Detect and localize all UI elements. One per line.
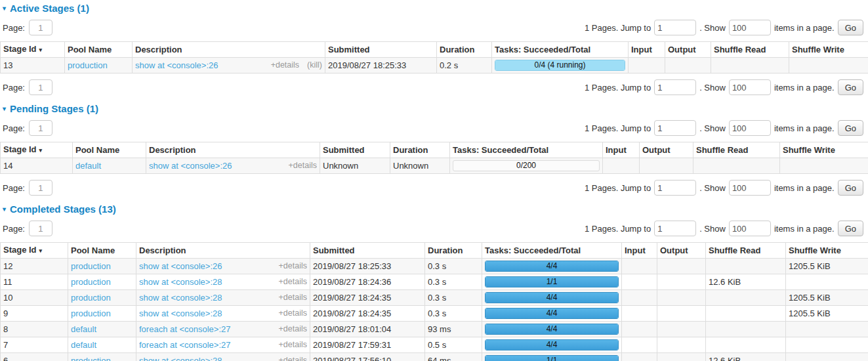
details-toggle[interactable]: +details xyxy=(279,261,307,271)
column-header-output[interactable]: Output xyxy=(657,243,706,259)
go-button[interactable]: Go xyxy=(838,221,863,236)
description-link[interactable]: show at <console>:28 xyxy=(139,277,271,287)
sort-descending-icon: ▾ xyxy=(39,47,43,53)
column-header-input[interactable]: Input xyxy=(629,42,665,58)
details-toggle[interactable]: +details xyxy=(279,308,307,318)
page-number-input[interactable] xyxy=(29,221,52,236)
page-number-input[interactable] xyxy=(29,20,52,35)
show-items-input[interactable] xyxy=(729,120,771,136)
description-link[interactable]: show at <console>:28 xyxy=(139,308,271,318)
column-header-submitted[interactable]: Submitted xyxy=(310,243,425,259)
description-wrap: show at <console>:28+details xyxy=(139,308,307,318)
column-header-label: Input xyxy=(631,45,652,54)
tasks-progress-bar: 1/1 xyxy=(485,355,619,361)
description-wrap: show at <console>:26+details(kill) xyxy=(135,60,322,70)
column-header-shuffle-write[interactable]: Shuffle Write xyxy=(780,142,868,158)
jump-to-page-input[interactable] xyxy=(654,20,696,35)
page-number-input[interactable] xyxy=(29,180,52,196)
details-toggle[interactable]: +details xyxy=(279,277,307,287)
jump-to-page-input[interactable] xyxy=(654,180,696,196)
jump-to-page-input[interactable] xyxy=(654,120,696,136)
column-header-stage-id[interactable]: Stage Id▾ xyxy=(1,142,73,158)
column-header-pool-name[interactable]: Pool Name xyxy=(65,42,133,58)
show-items-input[interactable] xyxy=(729,79,771,95)
column-header-description[interactable]: Description xyxy=(146,142,320,158)
column-header-stage-id[interactable]: Stage Id▾ xyxy=(1,243,68,259)
description-link[interactable]: foreach at <console>:27 xyxy=(139,324,271,334)
details-toggle[interactable]: +details xyxy=(271,60,299,70)
description-link[interactable]: show at <console>:26 xyxy=(149,161,281,171)
pool-name-link[interactable]: production xyxy=(71,293,111,303)
show-items-input[interactable] xyxy=(729,20,771,35)
column-header-description[interactable]: Description xyxy=(133,42,325,58)
pool-name-link[interactable]: default xyxy=(75,161,101,171)
column-header-pool-name[interactable]: Pool Name xyxy=(68,243,136,259)
show-label: . Show xyxy=(699,23,726,33)
go-button[interactable]: Go xyxy=(838,20,863,35)
column-header-output[interactable]: Output xyxy=(640,142,693,158)
go-button[interactable]: Go xyxy=(838,79,863,95)
column-header-pool-name[interactable]: Pool Name xyxy=(73,142,146,158)
go-button[interactable]: Go xyxy=(838,120,863,136)
page-number-input[interactable] xyxy=(29,79,52,95)
submitted-cell: Unknown xyxy=(320,158,390,174)
go-button[interactable]: Go xyxy=(838,180,863,196)
description-wrap: foreach at <console>:27+details xyxy=(139,324,307,334)
description-link[interactable]: show at <console>:26 xyxy=(135,60,263,70)
column-header-tasks-succeeded-total[interactable]: Tasks: Succeeded/Total xyxy=(492,42,629,58)
column-header-duration[interactable]: Duration xyxy=(390,142,450,158)
pages-jump-label: 1 Pages. Jump to xyxy=(585,83,651,93)
column-header-shuffle-read[interactable]: Shuffle Read xyxy=(693,142,780,158)
description-link[interactable]: show at <console>:28 xyxy=(139,356,271,361)
column-header-label: Stage Id xyxy=(3,245,37,255)
page-number-input[interactable] xyxy=(29,120,52,136)
pool-name-link[interactable]: production xyxy=(71,277,111,287)
column-header-shuffle-read[interactable]: Shuffle Read xyxy=(706,243,786,259)
shuffle-read-cell: 12.6 KiB xyxy=(706,274,786,290)
pool-name-link[interactable]: default xyxy=(71,340,96,350)
section-title[interactable]: ▾ Completed Stages (13) xyxy=(0,203,868,215)
column-header-submitted[interactable]: Submitted xyxy=(325,42,437,58)
stage-id-cell: 6 xyxy=(1,353,68,361)
shuffle-write-cell xyxy=(789,58,868,74)
column-header-stage-id[interactable]: Stage Id▾ xyxy=(1,42,65,58)
pool-name-link[interactable]: default xyxy=(71,324,96,334)
column-header-submitted[interactable]: Submitted xyxy=(320,142,390,158)
section-title[interactable]: ▾ Pending Stages (1) xyxy=(0,103,868,114)
column-header-shuffle-read[interactable]: Shuffle Read xyxy=(711,42,789,58)
column-header-duration[interactable]: Duration xyxy=(425,243,482,259)
details-toggle[interactable]: +details xyxy=(279,293,307,303)
column-header-tasks-succeeded-total[interactable]: Tasks: Succeeded/Total xyxy=(482,243,622,259)
column-header-input[interactable]: Input xyxy=(622,243,657,259)
column-header-output[interactable]: Output xyxy=(665,42,711,58)
description-cell: foreach at <console>:27+details xyxy=(136,322,310,337)
column-header-shuffle-write[interactable]: Shuffle Write xyxy=(789,42,868,58)
output-cell xyxy=(657,322,706,337)
pool-name-link[interactable]: production xyxy=(71,356,111,361)
pool-name-link[interactable]: production xyxy=(68,60,108,70)
column-header-tasks-succeeded-total[interactable]: Tasks: Succeeded/Total xyxy=(450,142,603,158)
pool-name-link[interactable]: production xyxy=(71,308,111,318)
column-header-description[interactable]: Description xyxy=(136,243,310,259)
stage-id-cell: 11 xyxy=(1,274,68,290)
show-items-input[interactable] xyxy=(729,180,771,196)
details-toggle[interactable]: +details xyxy=(279,356,307,361)
description-wrap: show at <console>:26+details xyxy=(149,161,317,171)
description-link[interactable]: show at <console>:28 xyxy=(139,293,271,303)
column-header-label: Tasks: Succeeded/Total xyxy=(453,145,548,155)
description-link[interactable]: show at <console>:26 xyxy=(139,261,271,271)
column-header-duration[interactable]: Duration xyxy=(437,42,492,58)
details-toggle[interactable]: +details xyxy=(279,324,307,334)
column-header-shuffle-write[interactable]: Shuffle Write xyxy=(786,243,868,259)
details-toggle[interactable]: +details xyxy=(289,161,317,171)
jump-to-page-input[interactable] xyxy=(654,221,696,236)
kill-link[interactable]: (kill) xyxy=(307,60,322,70)
column-header-input[interactable]: Input xyxy=(603,142,640,158)
show-items-input[interactable] xyxy=(729,221,771,236)
details-toggle[interactable]: +details xyxy=(279,340,307,350)
pool-name-link[interactable]: production xyxy=(71,261,111,271)
shuffle-read-cell xyxy=(706,337,786,353)
section-title[interactable]: ▾ Active Stages (1) xyxy=(0,3,868,14)
jump-to-page-input[interactable] xyxy=(654,79,696,95)
description-link[interactable]: foreach at <console>:27 xyxy=(139,340,271,350)
